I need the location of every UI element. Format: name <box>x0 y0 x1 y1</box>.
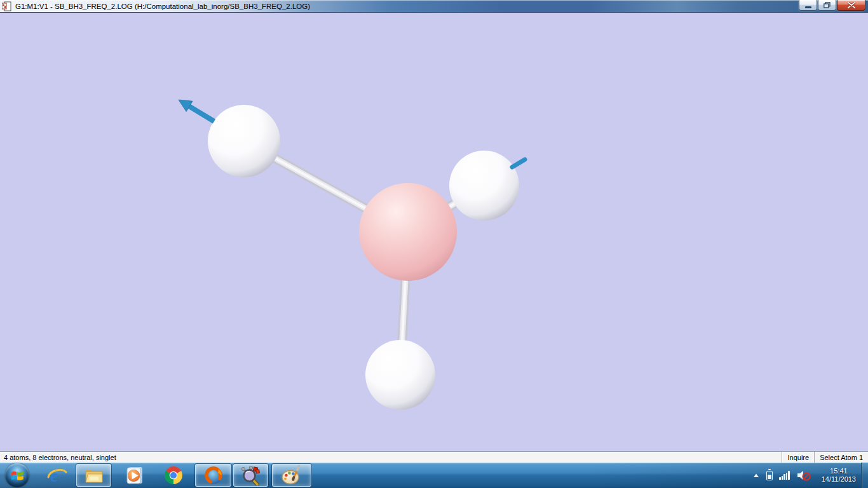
chrome-icon <box>163 465 184 485</box>
molecule-viewport[interactable] <box>0 13 868 451</box>
system-tray: 15:41 14/11/2013 <box>749 463 868 488</box>
title-bar[interactable]: G1:M1:V1 - SB_BH3_FREQ_2.LOG (H:/Computa… <box>0 0 868 13</box>
volume-muted-icon[interactable] <box>797 470 811 481</box>
taskbar-item-google-chrome[interactable] <box>163 464 184 487</box>
close-icon <box>848 2 855 8</box>
restore-button[interactable] <box>818 0 836 11</box>
window-controls <box>798 0 865 11</box>
taskbar-item-gaussview[interactable] <box>233 464 268 487</box>
paint-icon <box>281 465 302 485</box>
mouse-mode-indicator: Inquire <box>782 452 814 463</box>
clock-time: 15:41 <box>822 467 856 475</box>
media-player-icon <box>124 465 144 485</box>
folder-icon <box>84 466 104 485</box>
displacement-vector-stub <box>512 159 525 167</box>
taskbar-item-windows-explorer[interactable] <box>76 464 111 487</box>
battery-icon[interactable] <box>766 471 773 480</box>
start-button[interactable] <box>5 463 29 487</box>
status-bar: 4 atoms, 8 electrons, neutral, singlet I… <box>0 451 868 463</box>
displacement-vector-shaft <box>188 105 214 121</box>
minimize-icon <box>805 6 811 8</box>
network-signal-icon[interactable] <box>779 471 790 480</box>
atom-B[interactable] <box>359 183 457 281</box>
desktop-screen: G1:M1:V1 - SB_BH3_FREQ_2.LOG (H:/Computa… <box>0 0 868 488</box>
window-title: G1:M1:V1 - SB_BH3_FREQ_2.LOG (H:/Computa… <box>15 3 310 10</box>
atom-H[interactable] <box>365 340 435 410</box>
atom-H[interactable] <box>449 151 519 220</box>
selection-indicator: Select Atom 1 <box>814 452 868 463</box>
molecule-canvas[interactable] <box>0 13 868 451</box>
molecule-summary: 4 atoms, 8 electrons, neutral, singlet <box>0 454 782 461</box>
show-desktop-button[interactable] <box>861 463 868 488</box>
close-button[interactable] <box>837 0 865 11</box>
restore-icon <box>824 2 831 8</box>
atom-H[interactable] <box>208 105 280 177</box>
speaker-mute-icon <box>797 470 811 481</box>
taskbar-item-firefox[interactable] <box>195 464 231 487</box>
gaussview-document-icon <box>2 1 12 11</box>
taskbar-clock[interactable]: 15:41 14/11/2013 <box>822 467 856 484</box>
chevron-up-icon <box>752 473 760 478</box>
gaussview-icon <box>241 465 261 485</box>
taskbar-item-internet-explorer[interactable]: e <box>46 464 68 487</box>
taskbar-item-paint[interactable] <box>272 464 311 487</box>
internet-explorer-icon: e <box>47 465 67 485</box>
firefox-icon <box>203 465 224 485</box>
minimize-button[interactable] <box>799 0 817 11</box>
svg-text:e: e <box>50 466 58 485</box>
clock-date: 14/11/2013 <box>822 475 856 484</box>
taskbar: e <box>0 463 868 488</box>
windows-flag-icon <box>11 471 24 480</box>
expand-hidden-icons-button[interactable] <box>752 473 760 478</box>
taskbar-item-windows-media-player[interactable] <box>123 464 145 487</box>
